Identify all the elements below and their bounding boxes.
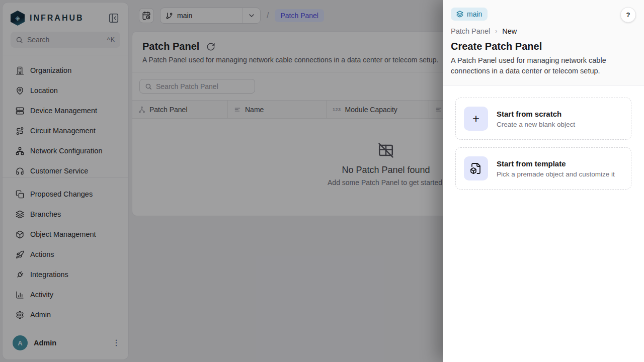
- option-title: Start from template: [497, 159, 615, 168]
- help-button[interactable]: ?: [620, 7, 636, 23]
- drawer-breadcrumb: Patch Panel › New: [451, 27, 636, 35]
- breadcrumb-current: New: [502, 27, 517, 35]
- branch-badge-label: main: [467, 10, 482, 18]
- drawer-body: + Start from scratch Create a new blank …: [443, 85, 644, 202]
- chevron-right-icon: ›: [495, 28, 497, 35]
- layers-icon: [456, 11, 463, 18]
- start-from-scratch-card[interactable]: + Start from scratch Create a new blank …: [455, 98, 631, 140]
- option-subtitle: Create a new blank object: [497, 121, 575, 128]
- option-title: Start from scratch: [497, 110, 575, 118]
- plus-icon-tile: +: [464, 107, 488, 131]
- drawer-header: main ? Patch Panel › New Create Patch Pa…: [443, 0, 644, 85]
- drawer-description: A Patch Panel used for managing network …: [451, 55, 617, 76]
- branch-badge[interactable]: main: [451, 8, 488, 21]
- file-box-icon: [470, 162, 482, 174]
- start-from-template-card[interactable]: Start from template Pick a premade objec…: [455, 147, 631, 190]
- plus-icon: +: [472, 113, 479, 125]
- drawer-title: Create Patch Panel: [451, 41, 636, 52]
- template-icon-tile: [464, 156, 488, 180]
- create-patch-panel-drawer: main ? Patch Panel › New Create Patch Pa…: [443, 0, 644, 362]
- option-subtitle: Pick a premade object and customize it: [497, 170, 615, 178]
- breadcrumb-parent[interactable]: Patch Panel: [451, 27, 490, 35]
